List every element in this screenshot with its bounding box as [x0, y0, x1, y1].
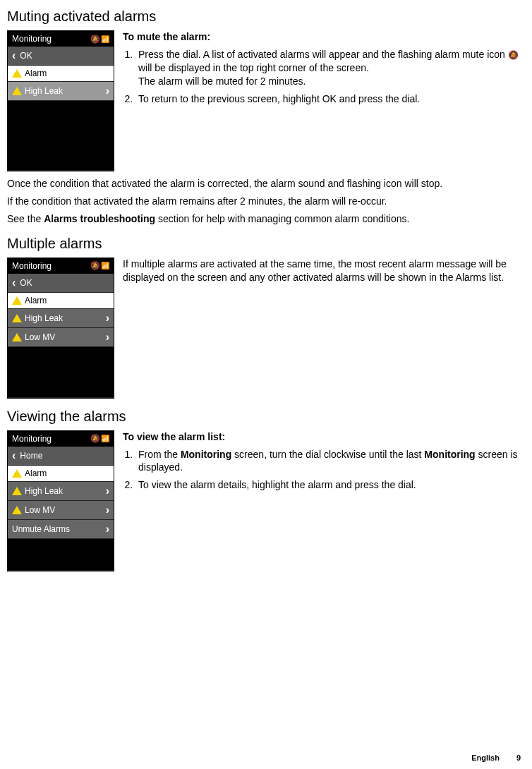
mute-icon: 🔕	[90, 35, 99, 44]
warning-icon	[12, 314, 22, 322]
item-label: High Leak	[25, 486, 63, 496]
list-item: Home	[8, 447, 114, 466]
step-text: The alarm will be muted for 2 minutes.	[138, 75, 306, 87]
item-label: Alarm	[25, 68, 47, 78]
body-text: If the condition that activated the alar…	[7, 195, 525, 208]
list-item: OK	[8, 47, 114, 66]
warning-icon	[12, 469, 22, 478]
chevron-right-icon	[106, 504, 109, 516]
step-text: Press the dial. A list of activated alar…	[138, 49, 508, 60]
heading-multiple: Multiple alarms	[7, 236, 525, 252]
warning-icon	[12, 333, 22, 341]
list-item: Alarm	[8, 293, 114, 309]
warning-icon	[12, 87, 22, 95]
monitoring-ref: Monitoring	[181, 449, 231, 460]
mute-icon: 🔕	[90, 434, 99, 443]
screen-empty	[8, 101, 114, 171]
device-screen-multi: Monitoring 🔕 📶 OK Alarm High Leak Low MV	[7, 258, 114, 399]
warning-icon	[12, 69, 22, 78]
mute-inline-icon: 🔕	[508, 50, 519, 60]
item-label: High Leak	[25, 313, 63, 323]
screen-empty	[8, 539, 114, 571]
screen-title: Monitoring 🔕 📶	[8, 258, 114, 274]
list-item: OK	[8, 274, 114, 293]
step-1: Press the dial. A list of activated alar…	[135, 48, 525, 88]
footer-language: English	[471, 753, 500, 762]
list-item: Alarm	[8, 466, 114, 482]
item-label: Low MV	[25, 505, 55, 515]
footer-page-number: 9	[516, 753, 521, 762]
screen-title-text: Monitoring	[12, 261, 52, 271]
list-item: High Leak	[8, 82, 114, 101]
screen-empty	[8, 347, 114, 398]
chevron-right-icon	[106, 523, 109, 535]
device-screen-mute: Monitoring 🔕 📶 OK Alarm High Leak	[7, 30, 114, 171]
mute-icon: 🔕	[90, 261, 99, 270]
warning-icon	[12, 506, 22, 514]
list-item: Low MV	[8, 501, 114, 520]
item-label: OK	[20, 278, 32, 288]
page-footer: English 9	[471, 753, 521, 762]
to-view-heading: To view the alarm list:	[123, 430, 525, 444]
list-item: High Leak	[8, 309, 114, 328]
list-item: Alarm	[8, 66, 114, 82]
item-label: Low MV	[25, 332, 55, 342]
list-item: Unmute Alarms	[8, 520, 114, 539]
body-text: See the Alarms troubleshooting section f…	[7, 212, 525, 226]
chevron-right-icon	[106, 312, 109, 325]
signal-icon: 📶	[101, 435, 109, 442]
item-label: Alarm	[25, 296, 47, 305]
step-1: From the Monitoring screen, turn the dia…	[135, 448, 525, 475]
screen-title: Monitoring 🔕 📶	[8, 31, 114, 47]
list-item: Low MV	[8, 328, 114, 347]
warning-icon	[12, 296, 22, 305]
chevron-right-icon	[106, 331, 109, 344]
item-label: Home	[20, 451, 42, 461]
chevron-left-icon	[12, 49, 17, 62]
item-label: Unmute Alarms	[12, 524, 70, 534]
list-item: High Leak	[8, 482, 114, 501]
to-mute-heading: To mute the alarm:	[123, 30, 525, 44]
chevron-left-icon	[12, 449, 17, 462]
body-text: If multiple alarms are activated at the …	[123, 258, 525, 284]
body-text: Once the condition that activated the al…	[7, 177, 525, 190]
step-text: will be displayed in the top right corne…	[138, 62, 369, 73]
chevron-right-icon	[106, 85, 109, 97]
screen-title-text: Monitoring	[12, 434, 52, 444]
item-label: OK	[20, 51, 32, 61]
signal-icon: 📶	[101, 35, 109, 43]
item-label: High Leak	[25, 86, 63, 96]
warning-icon	[12, 487, 22, 495]
heading-muting: Muting activated alarms	[7, 8, 525, 25]
device-screen-view: Monitoring 🔕 📶 Home Alarm High Leak Low …	[7, 430, 114, 571]
screen-title-text: Monitoring	[12, 34, 52, 44]
screen-title: Monitoring 🔕 📶	[8, 431, 114, 447]
alarms-troubleshooting-ref: Alarms troubleshooting	[44, 213, 155, 224]
item-label: Alarm	[25, 468, 47, 478]
step-2: To return to the previous screen, highli…	[135, 92, 525, 106]
chevron-left-icon	[12, 277, 17, 289]
heading-viewing: Viewing the alarms	[7, 408, 525, 425]
signal-icon: 📶	[101, 262, 109, 270]
chevron-right-icon	[106, 485, 109, 497]
step-2: To view the alarm details, highlight the…	[135, 478, 525, 492]
monitoring-ref: Monitoring	[424, 449, 475, 460]
